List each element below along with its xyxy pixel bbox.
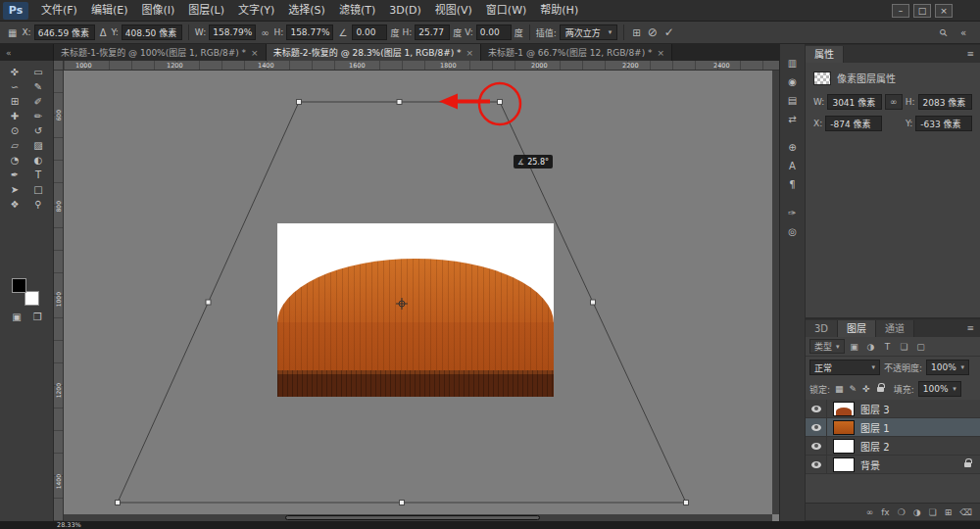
- brush-tool[interactable]: ✏: [26, 109, 50, 123]
- relative-position-icon[interactable]: Δ: [98, 27, 109, 38]
- delete-layer-icon[interactable]: ⌫: [959, 507, 972, 517]
- blend-mode-select[interactable]: 正常 ▾: [809, 360, 880, 375]
- cancel-transform-icon[interactable]: ⊘: [646, 25, 660, 39]
- visibility-toggle[interactable]: [806, 437, 827, 455]
- zoom-tool[interactable]: ⚲: [26, 197, 50, 212]
- adjustment-layer-icon[interactable]: ◑: [913, 507, 921, 517]
- transform-handle[interactable]: [684, 501, 689, 505]
- layer-row-1[interactable]: 图层 1: [806, 418, 980, 437]
- color-panel-icon[interactable]: ◉: [780, 72, 805, 91]
- blur-tool[interactable]: ◔: [3, 153, 26, 168]
- height-input[interactable]: 158.77%: [286, 24, 333, 40]
- menu-filter[interactable]: 滤镜(T): [332, 0, 382, 22]
- layer-thumbnail[interactable]: [833, 402, 855, 416]
- filter-kind-select[interactable]: 类型 ▾: [809, 339, 845, 354]
- transform-handle[interactable]: [591, 300, 596, 305]
- layer-thumbnail[interactable]: [833, 420, 855, 435]
- layer-group-icon[interactable]: ❏: [929, 507, 937, 517]
- path-select-tool[interactable]: ➤: [3, 182, 26, 197]
- layer-row-background[interactable]: 背景: [806, 456, 980, 474]
- link-wh-icon[interactable]: ∞: [259, 27, 270, 38]
- interpolation-select[interactable]: 两次立方 ▾: [560, 24, 618, 40]
- move-tool[interactable]: ✜: [3, 65, 26, 79]
- transform-handle[interactable]: [400, 501, 405, 505]
- document-tab-2[interactable]: 未标题-2-恢复的 @ 28.3%(图层 1, RGB/8#) * ×: [267, 44, 481, 61]
- crop-tool[interactable]: ⊞: [3, 94, 26, 109]
- clone-source-panel-icon[interactable]: ⊕: [780, 138, 805, 157]
- type-tool[interactable]: T: [26, 168, 50, 182]
- close-button[interactable]: ×: [935, 4, 953, 18]
- paragraph-panel-icon[interactable]: ¶: [780, 175, 805, 194]
- h-skew-input[interactable]: 25.77: [415, 24, 450, 40]
- menu-layer[interactable]: 图层(L): [181, 0, 231, 22]
- document-tab-3[interactable]: 未标题-1 @ 66.7%(图层 12, RGB/8#) * ×: [481, 44, 672, 61]
- scrollbar-thumb[interactable]: [285, 515, 540, 520]
- menu-select[interactable]: 选择(S): [281, 0, 332, 22]
- warp-mode-icon[interactable]: ⊞: [630, 27, 642, 38]
- lock-position-icon[interactable]: ✜: [861, 384, 871, 394]
- layer-mask-icon[interactable]: ❍: [898, 507, 906, 517]
- collapse-panels-icon[interactable]: «: [958, 27, 968, 38]
- commit-transform-icon[interactable]: ✓: [662, 25, 676, 39]
- maximize-button[interactable]: □: [913, 4, 931, 18]
- prop-x-input[interactable]: -874 像素: [825, 116, 882, 131]
- brush-panel-icon[interactable]: ✑: [780, 204, 805, 222]
- visibility-toggle[interactable]: [806, 400, 827, 417]
- filter-pixel-layers-icon[interactable]: ▣: [848, 342, 861, 352]
- width-input[interactable]: 158.79%: [209, 24, 256, 40]
- layer-row-2[interactable]: 图层 2: [806, 437, 980, 456]
- filter-shape-layers-icon[interactable]: ❏: [898, 342, 911, 352]
- layer-thumbnail[interactable]: [833, 439, 855, 454]
- prop-w-input[interactable]: 3041 像素: [827, 94, 881, 110]
- shape-tool[interactable]: □: [26, 182, 50, 197]
- gradient-tool[interactable]: ▨: [26, 138, 50, 153]
- lock-image-icon[interactable]: ✎: [849, 384, 858, 394]
- foreground-color-swatch[interactable]: [12, 278, 26, 293]
- tab-layers[interactable]: 图层: [838, 320, 876, 337]
- tab-channels[interactable]: 通道: [876, 320, 914, 337]
- swatches-panel-icon[interactable]: ▤: [780, 91, 805, 110]
- fill-select[interactable]: 100% ▾: [918, 381, 961, 397]
- lasso-tool[interactable]: ∽: [3, 79, 26, 94]
- layer-effects-icon[interactable]: fx: [881, 507, 890, 517]
- filter-type-layers-icon[interactable]: T: [881, 342, 895, 352]
- dodge-tool[interactable]: ◐: [26, 153, 50, 168]
- transform-handle[interactable]: [206, 300, 211, 305]
- new-layer-icon[interactable]: ⊞: [945, 507, 953, 517]
- background-color-swatch[interactable]: [24, 291, 39, 306]
- visibility-toggle[interactable]: [806, 418, 827, 436]
- tab-properties[interactable]: 属性: [806, 46, 844, 63]
- layer-row-3[interactable]: 图层 3: [806, 400, 980, 418]
- v-skew-input[interactable]: 0.00: [476, 24, 512, 40]
- vertical-scrollbar[interactable]: [772, 71, 779, 514]
- menu-edit[interactable]: 编辑(E): [84, 0, 135, 22]
- pen-tool[interactable]: ✒: [3, 168, 26, 182]
- marquee-tool[interactable]: ▭: [26, 65, 50, 79]
- filter-adjustment-layers-icon[interactable]: ◑: [864, 342, 878, 352]
- y-input[interactable]: 408.50 像素: [122, 24, 182, 40]
- menu-window[interactable]: 窗口(W): [479, 0, 533, 22]
- transform-handle[interactable]: [397, 100, 402, 105]
- eraser-tool[interactable]: ▱: [3, 138, 26, 153]
- panel-menu-icon[interactable]: ≡: [960, 319, 980, 337]
- link-wh-icon[interactable]: ∞: [885, 94, 903, 110]
- transform-handle[interactable]: [297, 100, 302, 105]
- opacity-select[interactable]: 100% ▾: [926, 360, 969, 375]
- reference-point-icon[interactable]: ▦: [6, 27, 19, 38]
- menu-3d[interactable]: 3D(D): [382, 0, 428, 22]
- rotate-input[interactable]: 0.00: [352, 24, 387, 40]
- panel-menu-icon[interactable]: ≡: [960, 45, 980, 63]
- x-input[interactable]: 646.59 像素: [34, 24, 95, 40]
- minimize-button[interactable]: –: [892, 4, 909, 18]
- history-brush-tool[interactable]: ↺: [26, 123, 50, 138]
- hand-tool[interactable]: ❖: [3, 197, 26, 212]
- menu-help[interactable]: 帮助(H): [533, 0, 585, 22]
- prop-h-input[interactable]: 2083 像素: [918, 94, 972, 110]
- tab-3d[interactable]: 3D: [806, 320, 838, 337]
- search-icon[interactable]: ⚲: [935, 24, 951, 40]
- transform-handle[interactable]: [116, 501, 121, 505]
- character-panel-icon[interactable]: A: [780, 157, 805, 175]
- visibility-toggle[interactable]: [806, 456, 827, 473]
- lock-all-icon[interactable]: [877, 387, 884, 392]
- tab-close-icon[interactable]: ×: [466, 48, 474, 58]
